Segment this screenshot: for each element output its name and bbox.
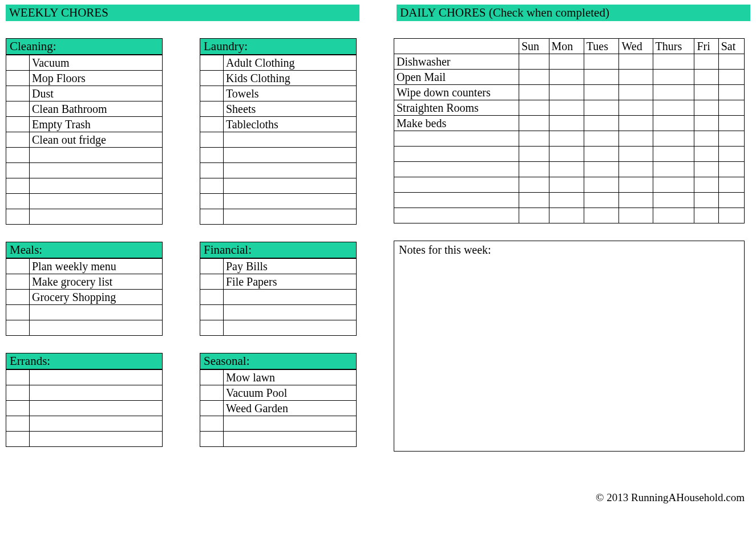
check-cell[interactable] — [519, 116, 549, 131]
check-cell[interactable] — [6, 416, 30, 432]
check-cell[interactable] — [200, 432, 224, 447]
check-cell[interactable] — [549, 54, 584, 70]
check-cell[interactable] — [6, 432, 30, 447]
check-cell[interactable] — [200, 290, 224, 305]
check-cell[interactable] — [619, 147, 653, 162]
check-cell[interactable] — [200, 178, 224, 194]
check-cell[interactable] — [549, 131, 584, 147]
check-cell[interactable] — [694, 162, 718, 177]
check-cell[interactable] — [200, 101, 224, 117]
check-cell[interactable] — [619, 193, 653, 208]
check-cell[interactable] — [549, 208, 584, 223]
check-cell[interactable] — [519, 177, 549, 193]
check-cell[interactable] — [200, 416, 224, 432]
check-cell[interactable] — [6, 305, 30, 320]
check-cell[interactable] — [200, 132, 224, 148]
check-cell[interactable] — [200, 71, 224, 86]
check-cell[interactable] — [519, 85, 549, 100]
check-cell[interactable] — [549, 177, 584, 193]
check-cell[interactable] — [584, 70, 619, 85]
check-cell[interactable] — [200, 148, 224, 163]
check-cell[interactable] — [584, 54, 619, 70]
check-cell[interactable] — [584, 131, 619, 147]
check-cell[interactable] — [519, 131, 549, 147]
check-cell[interactable] — [200, 370, 224, 385]
check-cell[interactable] — [6, 101, 30, 117]
check-cell[interactable] — [200, 320, 224, 336]
check-cell[interactable] — [718, 100, 744, 116]
check-cell[interactable] — [694, 85, 718, 100]
check-cell[interactable] — [694, 54, 718, 70]
check-cell[interactable] — [619, 54, 653, 70]
check-cell[interactable] — [694, 100, 718, 116]
check-cell[interactable] — [584, 116, 619, 131]
check-cell[interactable] — [200, 55, 224, 71]
check-cell[interactable] — [653, 70, 694, 85]
check-cell[interactable] — [653, 177, 694, 193]
check-cell[interactable] — [6, 132, 30, 148]
check-cell[interactable] — [584, 193, 619, 208]
check-cell[interactable] — [200, 401, 224, 416]
check-cell[interactable] — [549, 70, 584, 85]
check-cell[interactable] — [519, 70, 549, 85]
check-cell[interactable] — [653, 100, 694, 116]
check-cell[interactable] — [200, 259, 224, 274]
check-cell[interactable] — [6, 401, 30, 416]
check-cell[interactable] — [619, 131, 653, 147]
check-cell[interactable] — [519, 100, 549, 116]
check-cell[interactable] — [200, 209, 224, 225]
check-cell[interactable] — [200, 385, 224, 401]
check-cell[interactable] — [718, 208, 744, 223]
check-cell[interactable] — [519, 193, 549, 208]
check-cell[interactable] — [653, 193, 694, 208]
check-cell[interactable] — [653, 147, 694, 162]
check-cell[interactable] — [6, 55, 30, 71]
check-cell[interactable] — [694, 177, 718, 193]
check-cell[interactable] — [619, 100, 653, 116]
check-cell[interactable] — [619, 208, 653, 223]
check-cell[interactable] — [549, 193, 584, 208]
check-cell[interactable] — [718, 193, 744, 208]
check-cell[interactable] — [519, 162, 549, 177]
notes-box[interactable]: Notes for this week: — [394, 241, 745, 452]
check-cell[interactable] — [584, 162, 619, 177]
check-cell[interactable] — [653, 162, 694, 177]
check-cell[interactable] — [718, 147, 744, 162]
check-cell[interactable] — [549, 100, 584, 116]
check-cell[interactable] — [6, 117, 30, 132]
check-cell[interactable] — [694, 147, 718, 162]
check-cell[interactable] — [549, 147, 584, 162]
check-cell[interactable] — [200, 86, 224, 101]
check-cell[interactable] — [653, 208, 694, 223]
check-cell[interactable] — [6, 320, 30, 336]
check-cell[interactable] — [619, 177, 653, 193]
check-cell[interactable] — [6, 86, 30, 101]
check-cell[interactable] — [694, 116, 718, 131]
check-cell[interactable] — [653, 85, 694, 100]
check-cell[interactable] — [6, 163, 30, 178]
check-cell[interactable] — [549, 162, 584, 177]
check-cell[interactable] — [6, 148, 30, 163]
check-cell[interactable] — [718, 70, 744, 85]
check-cell[interactable] — [519, 208, 549, 223]
check-cell[interactable] — [6, 385, 30, 401]
check-cell[interactable] — [653, 131, 694, 147]
check-cell[interactable] — [718, 131, 744, 147]
check-cell[interactable] — [718, 177, 744, 193]
check-cell[interactable] — [718, 162, 744, 177]
check-cell[interactable] — [718, 116, 744, 131]
check-cell[interactable] — [6, 290, 30, 305]
check-cell[interactable] — [200, 274, 224, 290]
check-cell[interactable] — [200, 305, 224, 320]
check-cell[interactable] — [694, 193, 718, 208]
check-cell[interactable] — [718, 54, 744, 70]
check-cell[interactable] — [6, 259, 30, 274]
check-cell[interactable] — [653, 116, 694, 131]
check-cell[interactable] — [6, 209, 30, 225]
check-cell[interactable] — [549, 116, 584, 131]
check-cell[interactable] — [718, 85, 744, 100]
check-cell[interactable] — [619, 70, 653, 85]
check-cell[interactable] — [6, 194, 30, 209]
check-cell[interactable] — [619, 85, 653, 100]
check-cell[interactable] — [549, 85, 584, 100]
